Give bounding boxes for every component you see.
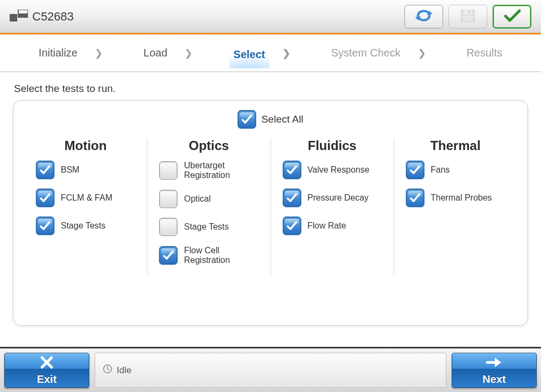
wizard-step-load[interactable]: Load ❯: [139, 44, 193, 62]
test-checkbox[interactable]: [159, 161, 177, 180]
page-prompt: Select the tests to run.: [14, 83, 528, 95]
test-item: FCLM & FAM: [36, 189, 135, 207]
chevron-right-icon: ❯: [95, 47, 103, 59]
test-checkbox[interactable]: [159, 246, 177, 265]
svg-rect-2: [18, 13, 28, 17]
confirm-button[interactable]: [493, 5, 531, 28]
test-label: Thermal Probes: [431, 193, 492, 203]
test-item: Ubertarget Registration: [159, 161, 258, 180]
test-checkbox[interactable]: [406, 189, 424, 207]
test-checkbox[interactable]: [36, 189, 54, 207]
test-label: Fans: [431, 165, 450, 175]
test-checkbox[interactable]: [159, 218, 177, 236]
chevron-right-icon: ❯: [184, 47, 193, 59]
close-icon: [39, 355, 55, 372]
column-fluidics: Fluidics Valve Response Pressure Decay F…: [270, 138, 394, 275]
footer-bar: Exit Idle Next: [0, 347, 541, 392]
svg-rect-0: [10, 14, 17, 22]
next-label: Next: [482, 373, 506, 386]
select-all-row: Select All: [24, 110, 517, 129]
test-item: Pressure Decay: [283, 189, 382, 207]
column-optics: Optics Ubertarget Registration Optical S…: [147, 138, 270, 275]
svg-rect-7: [468, 10, 471, 13]
test-item: Thermal Probes: [406, 189, 505, 207]
exit-button[interactable]: Exit: [4, 353, 89, 388]
test-label: Valve Response: [308, 165, 369, 175]
chevron-right-icon: ❯: [418, 47, 426, 59]
device-id: C52683: [32, 10, 74, 24]
test-label: BSM: [61, 165, 80, 175]
main-area: Select the tests to run. Select All Moti…: [0, 72, 541, 347]
test-label: Ubertarget Registration: [184, 161, 258, 180]
wizard-label: Initialize: [34, 44, 82, 62]
test-label: FCLM & FAM: [61, 193, 112, 203]
status-bar: Idle: [95, 353, 446, 388]
wizard-nav: Initialize ❯ Load ❯ Select ❯ System Chec…: [0, 34, 541, 72]
wizard-step-system-check[interactable]: System Check ❯: [327, 44, 426, 62]
wizard-step-results[interactable]: Results: [462, 44, 507, 62]
test-item: Flow Rate: [283, 217, 382, 235]
test-item: Fans: [406, 161, 505, 179]
test-label: Stage Tests: [61, 221, 105, 231]
test-checkbox[interactable]: [283, 189, 301, 207]
select-all-checkbox[interactable]: [238, 110, 256, 129]
test-item: Stage Tests: [159, 218, 258, 236]
test-item: BSM: [36, 161, 135, 179]
test-checkbox[interactable]: [36, 217, 54, 235]
test-label: Pressure Decay: [308, 193, 369, 203]
column-title: Motion: [36, 138, 135, 153]
svg-rect-6: [464, 9, 472, 15]
test-label: Flow Cell Registration: [184, 246, 258, 265]
test-label: Flow Rate: [308, 221, 346, 231]
select-all-label: Select All: [261, 113, 303, 125]
column-title: Thermal: [406, 138, 505, 153]
test-label: Optical: [184, 194, 211, 204]
tests-panel: Select All Motion BSM FCLM & FAM Stage T…: [13, 100, 528, 326]
save-button[interactable]: [449, 5, 487, 28]
status-label: Idle: [117, 365, 131, 376]
test-label: Stage Tests: [184, 222, 229, 232]
test-checkbox[interactable]: [159, 190, 177, 208]
column-title: Fluidics: [283, 138, 382, 153]
test-checkbox[interactable]: [36, 161, 54, 179]
device-icon: [10, 10, 28, 24]
tests-columns: Motion BSM FCLM & FAM Stage Tests Optics: [24, 138, 517, 275]
chevron-right-icon: ❯: [282, 47, 290, 59]
exit-label: Exit: [37, 373, 57, 386]
clock-icon: [103, 364, 112, 376]
wizard-label: System Check: [327, 44, 405, 62]
arrow-right-icon: [485, 355, 503, 372]
column-motion: Motion BSM FCLM & FAM Stage Tests: [24, 138, 147, 275]
app-header: C52683: [0, 0, 541, 34]
wizard-step-initialize[interactable]: Initialize ❯: [34, 44, 103, 62]
check-icon: [501, 8, 523, 26]
test-checkbox[interactable]: [283, 161, 301, 179]
test-item: Flow Cell Registration: [159, 246, 258, 265]
wizard-label: Results: [462, 44, 507, 62]
test-checkbox[interactable]: [406, 161, 424, 179]
column-thermal: Thermal Fans Thermal Probes: [394, 138, 517, 275]
test-checkbox[interactable]: [283, 217, 301, 235]
svg-rect-8: [463, 16, 473, 21]
refresh-button[interactable]: [404, 5, 443, 28]
save-icon: [459, 8, 477, 25]
refresh-icon: [413, 8, 435, 26]
wizard-step-select[interactable]: Select ❯: [229, 45, 290, 61]
next-button[interactable]: Next: [452, 353, 537, 388]
test-item: Stage Tests: [36, 217, 135, 235]
column-title: Optics: [159, 138, 258, 153]
wizard-label: Select: [229, 45, 269, 68]
wizard-label: Load: [139, 44, 172, 62]
test-item: Valve Response: [283, 161, 382, 179]
test-item: Optical: [159, 190, 258, 208]
